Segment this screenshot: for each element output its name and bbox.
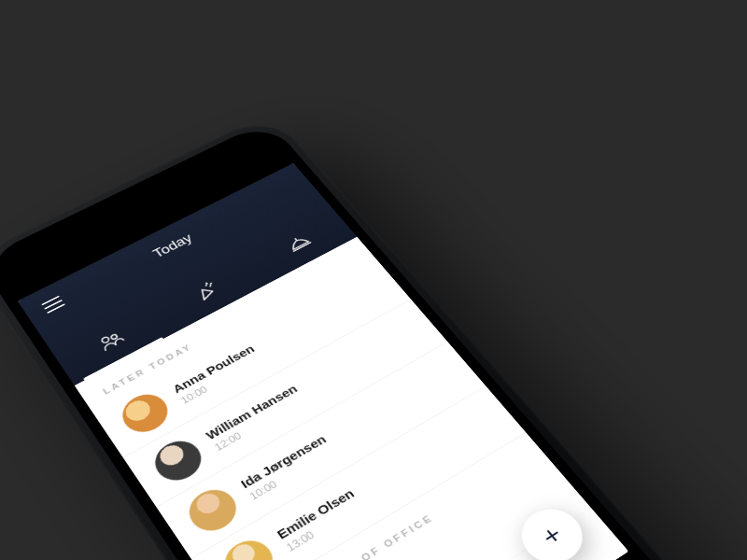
avatar (115, 387, 176, 440)
avatar (148, 434, 210, 488)
phone-mockup: Today (0, 112, 725, 560)
celebrate-icon (190, 277, 226, 306)
app-screen: Today (18, 163, 629, 560)
svg-point-1 (110, 334, 118, 341)
svg-point-0 (101, 336, 110, 343)
people-icon (94, 327, 130, 357)
avatar (181, 483, 245, 539)
dining-icon (282, 231, 317, 259)
